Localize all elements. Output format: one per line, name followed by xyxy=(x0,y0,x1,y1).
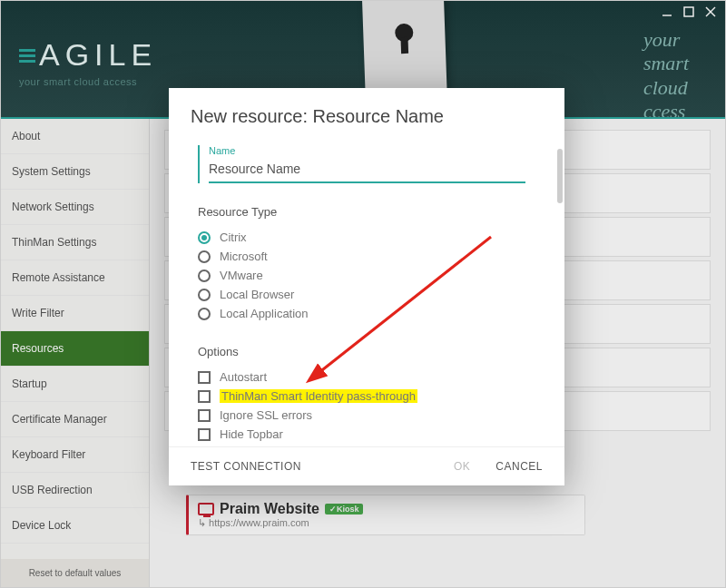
radio-vmware[interactable]: VMware xyxy=(198,266,539,285)
checkbox-autostart[interactable]: Autostart xyxy=(198,368,539,387)
ok-button[interactable]: OK xyxy=(454,460,470,473)
radio-icon xyxy=(198,250,211,263)
radio-citrix[interactable]: Citrix xyxy=(198,228,539,247)
dialog-footer: TEST CONNECTION OK CANCEL xyxy=(169,446,564,485)
radio-local-browser[interactable]: Local Browser xyxy=(198,285,539,304)
checkbox-icon xyxy=(198,428,211,441)
radio-icon xyxy=(198,270,211,282)
name-field-label: Name xyxy=(209,145,539,156)
new-resource-dialog: New resource: Resource Name Name Resourc… xyxy=(169,88,564,485)
cancel-button[interactable]: CANCEL xyxy=(495,460,543,473)
radio-icon xyxy=(198,289,211,301)
name-input[interactable] xyxy=(209,158,525,183)
radio-local-application[interactable]: Local Application xyxy=(198,304,539,323)
radio-microsoft[interactable]: Microsoft xyxy=(198,247,539,266)
checkbox-icon xyxy=(198,409,211,422)
dialog-body: Name Resource Type Citrix Microsoft VMwa… xyxy=(169,140,564,446)
radio-icon xyxy=(198,308,211,320)
test-connection-button[interactable]: TEST CONNECTION xyxy=(191,460,301,473)
checkbox-ignore-ssl[interactable]: Ignore SSL errors xyxy=(198,406,539,425)
dialog-title: New resource: Resource Name xyxy=(169,88,564,140)
checkbox-icon xyxy=(198,371,211,384)
options-label: Options xyxy=(198,345,539,358)
checkbox-icon xyxy=(198,390,211,403)
checkbox-thinman-smart-identity[interactable]: ThinMan Smart Identity pass-through xyxy=(198,387,539,406)
scrollbar-thumb[interactable] xyxy=(557,149,563,203)
resource-type-label: Resource Type xyxy=(198,205,539,219)
checkbox-hide-topbar[interactable]: Hide Topbar xyxy=(198,425,539,444)
radio-icon xyxy=(198,231,211,244)
